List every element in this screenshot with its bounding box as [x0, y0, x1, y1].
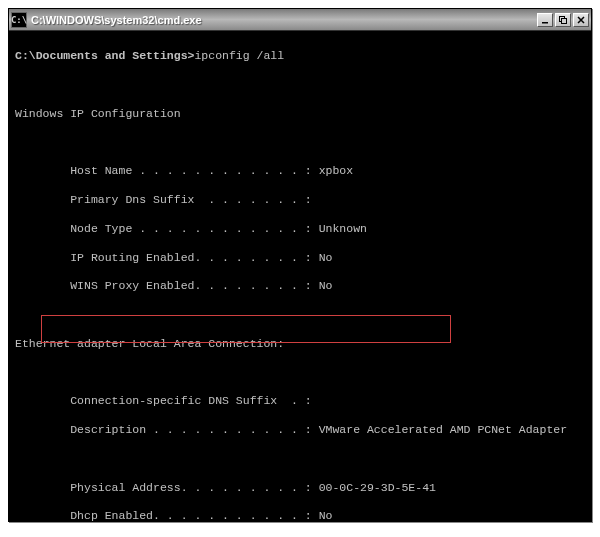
wins-proxy-row: WINS Proxy Enabled. . . . . . . . : No: [15, 279, 585, 293]
cmd-window: C:\ C:\WINDOWS\system32\cmd.exe C:\Docum…: [8, 8, 592, 522]
section-header: Windows IP Configuration: [15, 107, 585, 121]
maximize-icon: [559, 16, 567, 24]
window-title: C:\WINDOWS\system32\cmd.exe: [31, 14, 537, 26]
host-name-row: Host Name . . . . . . . . . . . . : xpbo…: [15, 164, 585, 178]
conn-suffix-row: Connection-specific DNS Suffix . :: [15, 394, 585, 408]
terminal-output[interactable]: C:\Documents and Settings>ipconfig /all …: [9, 31, 591, 521]
primary-dns-row: Primary Dns Suffix . . . . . . . :: [15, 193, 585, 207]
physical-address-row: Physical Address. . . . . . . . . : 00-0…: [15, 481, 585, 495]
command-text: ipconfig /all: [194, 49, 284, 62]
window-controls: [537, 13, 589, 27]
minimize-button[interactable]: [537, 13, 553, 27]
node-type-row: Node Type . . . . . . . . . . . . : Unkn…: [15, 222, 585, 236]
adapter-header: Ethernet adapter Local Area Connection:: [15, 337, 585, 351]
minimize-icon: [541, 16, 549, 24]
close-icon: [577, 16, 585, 24]
svg-rect-0: [542, 22, 548, 24]
dhcp-row: Dhcp Enabled. . . . . . . . . . . : No: [15, 509, 585, 521]
description-row: Description . . . . . . . . . . . : VMwa…: [15, 423, 585, 437]
svg-rect-2: [562, 18, 567, 23]
maximize-button[interactable]: [555, 13, 571, 27]
ip-routing-row: IP Routing Enabled. . . . . . . . : No: [15, 251, 585, 265]
close-button[interactable]: [573, 13, 589, 27]
titlebar[interactable]: C:\ C:\WINDOWS\system32\cmd.exe: [9, 9, 591, 31]
cmd-icon: C:\: [11, 12, 27, 28]
prompt-path: C:\Documents and Settings>: [15, 49, 194, 62]
